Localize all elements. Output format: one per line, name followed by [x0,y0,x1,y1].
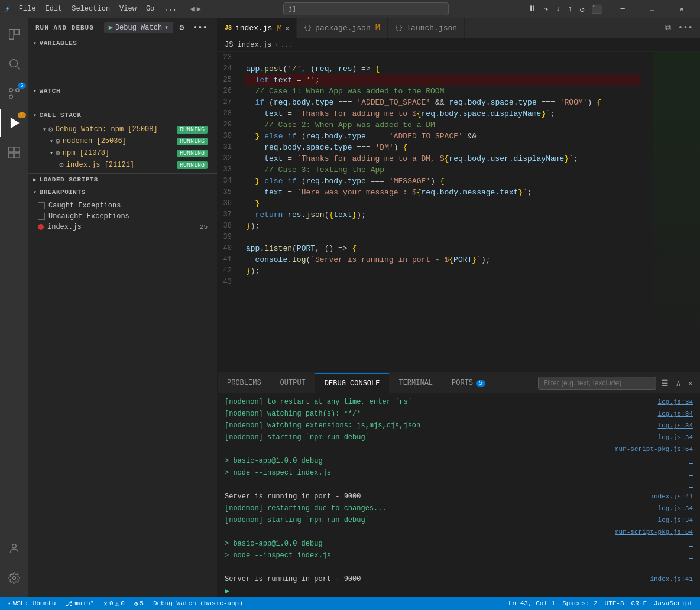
menu-edit[interactable]: Edit [41,4,66,14]
callstack-header[interactable]: ▾ CALL STACK [28,109,217,121]
callstack-item-3[interactable]: ⚙ index.js [21121] RUNNING [28,159,217,171]
activity-extensions[interactable] [0,138,28,167]
code-line-29: // Case 2: When App was added to a DM [244,119,641,131]
menu-selection[interactable]: Selection [68,4,114,14]
console-ref-1[interactable]: log.js:34 [658,397,693,407]
nav-forward[interactable]: ▶ [197,4,202,14]
menu-more[interactable]: ... [160,4,180,14]
callstack-item-1[interactable]: ▾ ⚙ nodemon [25036] RUNNING [28,135,217,147]
status-encoding[interactable]: UTF-8 [602,600,627,607]
split-editor-button[interactable]: ⧉ [663,22,673,34]
tab-indexjs-close[interactable]: ✕ [286,25,289,32]
uncaught-checkbox[interactable] [38,213,45,220]
remote-icon: ⚡ [7,600,11,608]
console-ref-2[interactable]: log.js:34 [658,408,693,419]
status-wsl[interactable]: ⚡ WSL: Ubuntu [5,600,58,608]
close-button[interactable]: ✕ [668,0,695,18]
watch-header[interactable]: ▾ WATCH [28,85,217,97]
panel-tab-problems[interactable]: PROBLEMS [218,373,271,394]
search-box[interactable]: j] [283,2,449,15]
console-ref-4[interactable]: log.js:34 [658,432,693,443]
console-line-13: > basic-app@1.0.0 debug [218,538,700,550]
breakpoint-indexjs[interactable]: index.js 25 [28,222,217,232]
indexjs-dot [38,224,44,230]
tab-packagejson[interactable]: {} package.json M [297,18,388,38]
git-branch: main* [74,600,94,607]
variables-header[interactable]: ▾ VARIABLES [28,37,217,49]
panel-collapse[interactable]: ∧ [673,377,683,390]
console-text-15 [225,562,229,573]
status-git[interactable]: ⎇ main* [63,600,96,608]
debug-config-button[interactable]: ▶ Debug Watch ▾ [104,22,174,33]
loaded-scripts-header[interactable]: ▶ LOADED SCRIPTS [28,174,217,186]
debug-stop[interactable]: ⬛ [589,3,604,15]
console-prompt-icon: ▶ [225,586,229,596]
panel-tab-debug-console[interactable]: DEBUG CONSOLE [315,373,390,394]
status-debug[interactable]: ⚙ 5 [132,600,146,608]
position-label: Ln 43, Col 1 [508,600,555,607]
maximize-button[interactable]: □ [639,0,666,18]
caught-checkbox[interactable] [38,202,45,209]
svg-point-6 [9,89,13,92]
status-errors[interactable]: ✕ 0 ⚠ 0 [101,600,127,608]
more-tabs-button[interactable]: ••• [676,22,695,34]
status-debug-label[interactable]: Debug Watch (basic-app) [151,600,245,607]
linenum-43: 43 [218,277,236,288]
breadcrumb-file[interactable]: JS index.js [225,41,271,49]
code-line-43 [244,277,641,288]
status-position[interactable]: Ln 43, Col 1 [506,600,558,607]
panel-tab-terminal[interactable]: TERMINAL [389,373,442,394]
panel-tab-ports[interactable]: PORTS 5 [442,373,495,394]
debug-restart[interactable]: ↺ [578,3,587,15]
activity-settings[interactable] [0,564,28,592]
activity-run-debug[interactable]: 1 [0,109,28,137]
problems-label: PROBLEMS [227,379,261,387]
debug-step-into[interactable]: ↓ [553,3,563,15]
linenum-41: 41 [218,254,236,265]
sidebar-settings-button[interactable]: ⚙ [177,21,186,34]
sidebar-more-button[interactable]: ••• [190,22,210,34]
console-ref-5[interactable]: run-script-pkg.js:64 [615,444,693,455]
nav-back[interactable]: ◀ [190,4,195,14]
console-ref-9[interactable]: index.js:41 [650,491,693,502]
activity-explorer[interactable] [0,20,28,48]
breakpoints-header[interactable]: ▾ BREAKPOINTS [28,186,217,198]
debug-pause[interactable]: ⏸ [526,3,539,15]
callstack-item-2[interactable]: ▾ ⚙ npm [21078] RUNNING [28,147,217,159]
activity-account[interactable] [0,534,28,563]
variables-label: VARIABLES [40,40,77,47]
menu-file[interactable]: File [15,4,40,14]
callstack-item-0[interactable]: ▾ ⚙ Debug Watch: npm [25008] RUNNING [28,124,217,135]
menu-view[interactable]: View [116,4,140,14]
debug-step-over[interactable]: ↷ [541,3,550,15]
filter-input[interactable] [538,377,656,390]
breadcrumb-more[interactable]: ... [280,41,293,49]
debug-step-out[interactable]: ↑ [565,3,575,15]
tab-launchjson[interactable]: {} launch.json [388,18,465,38]
console-input[interactable] [233,587,693,596]
panel-tab-output[interactable]: OUTPUT [271,373,315,394]
console-ref-16[interactable]: index.js:41 [650,574,693,585]
status-line-ending[interactable]: CRLF [629,600,649,607]
console-ref-11[interactable]: log.js:34 [658,515,693,525]
console-ref-12[interactable]: run-script-pkg.js:64 [615,527,693,537]
ports-badge: 5 [476,380,485,387]
panel-close[interactable]: ✕ [686,377,695,390]
code-editor[interactable]: 23 24 25 26 27 28 29 30 31 32 33 34 35 [218,52,700,372]
breakpoint-caught[interactable]: Caught Exceptions [28,200,217,211]
activity-source-control[interactable]: 5 [0,79,28,108]
activity-search[interactable] [0,50,28,78]
menu-go[interactable]: Go [142,4,158,14]
console-ref-10[interactable]: log.js:34 [658,503,693,514]
status-spaces[interactable]: Spaces: 2 [560,600,599,607]
breakpoint-uncaught[interactable]: Uncaught Exceptions [28,211,217,222]
minimize-button[interactable]: ─ [609,0,636,18]
linenum-24: 24 [218,63,236,74]
title-search-area: j] [211,2,521,15]
tab-indexjs[interactable]: JS index.js M ✕ [218,18,297,38]
console-ref-3[interactable]: log.js:34 [658,420,693,431]
tab-packagejson-label: package.json [315,24,371,33]
status-language[interactable]: JavaScript [652,600,695,607]
panel-list-view[interactable]: ☰ [659,377,671,390]
callstack-gear-3: ⚙ [59,160,64,170]
